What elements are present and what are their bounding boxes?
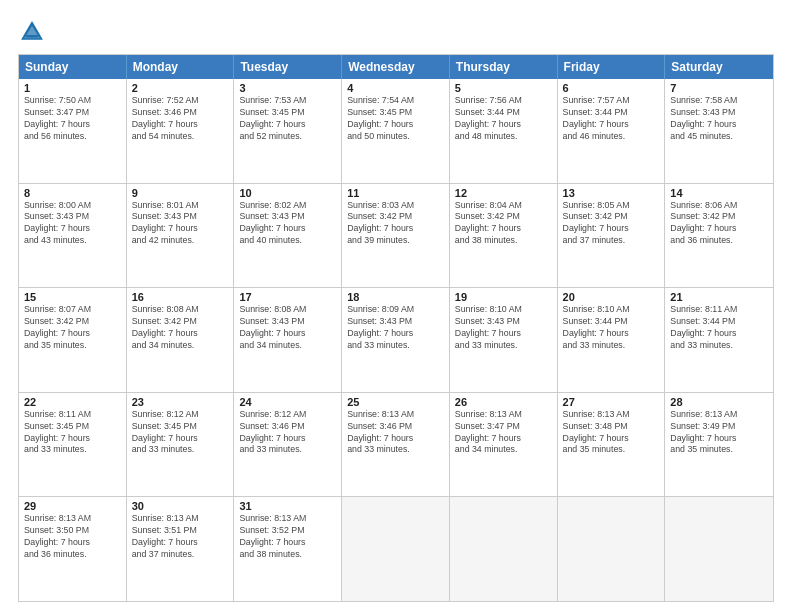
logo bbox=[18, 18, 50, 46]
calendar-cell: 24Sunrise: 8:12 AM Sunset: 3:46 PM Dayli… bbox=[234, 393, 342, 497]
day-info: Sunrise: 7:54 AM Sunset: 3:45 PM Dayligh… bbox=[347, 95, 444, 143]
day-number: 20 bbox=[563, 291, 660, 303]
calendar-header: SundayMondayTuesdayWednesdayThursdayFrid… bbox=[19, 55, 773, 79]
day-info: Sunrise: 8:10 AM Sunset: 3:43 PM Dayligh… bbox=[455, 304, 552, 352]
day-info: Sunrise: 8:05 AM Sunset: 3:42 PM Dayligh… bbox=[563, 200, 660, 248]
calendar-cell: 16Sunrise: 8:08 AM Sunset: 3:42 PM Dayli… bbox=[127, 288, 235, 392]
day-info: Sunrise: 8:08 AM Sunset: 3:42 PM Dayligh… bbox=[132, 304, 229, 352]
calendar-cell: 22Sunrise: 8:11 AM Sunset: 3:45 PM Dayli… bbox=[19, 393, 127, 497]
day-number: 2 bbox=[132, 82, 229, 94]
calendar-cell: 15Sunrise: 8:07 AM Sunset: 3:42 PM Dayli… bbox=[19, 288, 127, 392]
calendar-body: 1Sunrise: 7:50 AM Sunset: 3:47 PM Daylig… bbox=[19, 79, 773, 601]
day-number: 11 bbox=[347, 187, 444, 199]
day-number: 31 bbox=[239, 500, 336, 512]
header-day-wednesday: Wednesday bbox=[342, 55, 450, 79]
day-info: Sunrise: 8:04 AM Sunset: 3:42 PM Dayligh… bbox=[455, 200, 552, 248]
page: SundayMondayTuesdayWednesdayThursdayFrid… bbox=[0, 0, 792, 612]
day-number: 23 bbox=[132, 396, 229, 408]
day-number: 3 bbox=[239, 82, 336, 94]
calendar-cell: 3Sunrise: 7:53 AM Sunset: 3:45 PM Daylig… bbox=[234, 79, 342, 183]
header-day-saturday: Saturday bbox=[665, 55, 773, 79]
day-info: Sunrise: 8:13 AM Sunset: 3:49 PM Dayligh… bbox=[670, 409, 768, 457]
calendar-cell: 19Sunrise: 8:10 AM Sunset: 3:43 PM Dayli… bbox=[450, 288, 558, 392]
calendar-cell: 7Sunrise: 7:58 AM Sunset: 3:43 PM Daylig… bbox=[665, 79, 773, 183]
calendar-cell: 13Sunrise: 8:05 AM Sunset: 3:42 PM Dayli… bbox=[558, 184, 666, 288]
header-day-thursday: Thursday bbox=[450, 55, 558, 79]
header-day-tuesday: Tuesday bbox=[234, 55, 342, 79]
day-info: Sunrise: 8:13 AM Sunset: 3:50 PM Dayligh… bbox=[24, 513, 121, 561]
calendar-cell: 10Sunrise: 8:02 AM Sunset: 3:43 PM Dayli… bbox=[234, 184, 342, 288]
day-info: Sunrise: 8:08 AM Sunset: 3:43 PM Dayligh… bbox=[239, 304, 336, 352]
calendar-cell: 17Sunrise: 8:08 AM Sunset: 3:43 PM Dayli… bbox=[234, 288, 342, 392]
day-number: 15 bbox=[24, 291, 121, 303]
day-info: Sunrise: 7:50 AM Sunset: 3:47 PM Dayligh… bbox=[24, 95, 121, 143]
day-number: 28 bbox=[670, 396, 768, 408]
day-info: Sunrise: 8:11 AM Sunset: 3:44 PM Dayligh… bbox=[670, 304, 768, 352]
day-info: Sunrise: 7:57 AM Sunset: 3:44 PM Dayligh… bbox=[563, 95, 660, 143]
day-number: 6 bbox=[563, 82, 660, 94]
calendar-row: 15Sunrise: 8:07 AM Sunset: 3:42 PM Dayli… bbox=[19, 287, 773, 392]
logo-icon bbox=[18, 18, 46, 46]
calendar-cell: 12Sunrise: 8:04 AM Sunset: 3:42 PM Dayli… bbox=[450, 184, 558, 288]
calendar-cell bbox=[558, 497, 666, 601]
calendar-cell: 27Sunrise: 8:13 AM Sunset: 3:48 PM Dayli… bbox=[558, 393, 666, 497]
day-number: 12 bbox=[455, 187, 552, 199]
header-day-sunday: Sunday bbox=[19, 55, 127, 79]
day-number: 4 bbox=[347, 82, 444, 94]
day-info: Sunrise: 8:07 AM Sunset: 3:42 PM Dayligh… bbox=[24, 304, 121, 352]
calendar-cell bbox=[665, 497, 773, 601]
calendar-cell: 9Sunrise: 8:01 AM Sunset: 3:43 PM Daylig… bbox=[127, 184, 235, 288]
calendar-row: 22Sunrise: 8:11 AM Sunset: 3:45 PM Dayli… bbox=[19, 392, 773, 497]
day-number: 7 bbox=[670, 82, 768, 94]
day-info: Sunrise: 8:12 AM Sunset: 3:45 PM Dayligh… bbox=[132, 409, 229, 457]
day-info: Sunrise: 8:09 AM Sunset: 3:43 PM Dayligh… bbox=[347, 304, 444, 352]
day-info: Sunrise: 8:06 AM Sunset: 3:42 PM Dayligh… bbox=[670, 200, 768, 248]
calendar-cell: 20Sunrise: 8:10 AM Sunset: 3:44 PM Dayli… bbox=[558, 288, 666, 392]
day-info: Sunrise: 8:13 AM Sunset: 3:48 PM Dayligh… bbox=[563, 409, 660, 457]
calendar-row: 1Sunrise: 7:50 AM Sunset: 3:47 PM Daylig… bbox=[19, 79, 773, 183]
calendar-row: 8Sunrise: 8:00 AM Sunset: 3:43 PM Daylig… bbox=[19, 183, 773, 288]
calendar-cell: 14Sunrise: 8:06 AM Sunset: 3:42 PM Dayli… bbox=[665, 184, 773, 288]
day-number: 17 bbox=[239, 291, 336, 303]
day-number: 9 bbox=[132, 187, 229, 199]
calendar-cell: 31Sunrise: 8:13 AM Sunset: 3:52 PM Dayli… bbox=[234, 497, 342, 601]
day-info: Sunrise: 8:00 AM Sunset: 3:43 PM Dayligh… bbox=[24, 200, 121, 248]
day-number: 25 bbox=[347, 396, 444, 408]
day-number: 14 bbox=[670, 187, 768, 199]
day-number: 29 bbox=[24, 500, 121, 512]
calendar-cell: 2Sunrise: 7:52 AM Sunset: 3:46 PM Daylig… bbox=[127, 79, 235, 183]
day-number: 27 bbox=[563, 396, 660, 408]
calendar-cell: 28Sunrise: 8:13 AM Sunset: 3:49 PM Dayli… bbox=[665, 393, 773, 497]
calendar-cell: 29Sunrise: 8:13 AM Sunset: 3:50 PM Dayli… bbox=[19, 497, 127, 601]
day-number: 16 bbox=[132, 291, 229, 303]
calendar-cell bbox=[342, 497, 450, 601]
day-number: 19 bbox=[455, 291, 552, 303]
svg-rect-2 bbox=[26, 35, 38, 37]
day-number: 26 bbox=[455, 396, 552, 408]
day-info: Sunrise: 8:13 AM Sunset: 3:51 PM Dayligh… bbox=[132, 513, 229, 561]
calendar-cell: 30Sunrise: 8:13 AM Sunset: 3:51 PM Dayli… bbox=[127, 497, 235, 601]
day-info: Sunrise: 7:58 AM Sunset: 3:43 PM Dayligh… bbox=[670, 95, 768, 143]
day-info: Sunrise: 8:13 AM Sunset: 3:47 PM Dayligh… bbox=[455, 409, 552, 457]
calendar-cell: 5Sunrise: 7:56 AM Sunset: 3:44 PM Daylig… bbox=[450, 79, 558, 183]
calendar-cell: 23Sunrise: 8:12 AM Sunset: 3:45 PM Dayli… bbox=[127, 393, 235, 497]
calendar-cell: 18Sunrise: 8:09 AM Sunset: 3:43 PM Dayli… bbox=[342, 288, 450, 392]
calendar-cell: 8Sunrise: 8:00 AM Sunset: 3:43 PM Daylig… bbox=[19, 184, 127, 288]
day-info: Sunrise: 8:13 AM Sunset: 3:52 PM Dayligh… bbox=[239, 513, 336, 561]
calendar-cell: 11Sunrise: 8:03 AM Sunset: 3:42 PM Dayli… bbox=[342, 184, 450, 288]
calendar-cell: 4Sunrise: 7:54 AM Sunset: 3:45 PM Daylig… bbox=[342, 79, 450, 183]
calendar-cell: 26Sunrise: 8:13 AM Sunset: 3:47 PM Dayli… bbox=[450, 393, 558, 497]
day-info: Sunrise: 7:56 AM Sunset: 3:44 PM Dayligh… bbox=[455, 95, 552, 143]
day-info: Sunrise: 8:10 AM Sunset: 3:44 PM Dayligh… bbox=[563, 304, 660, 352]
day-info: Sunrise: 8:12 AM Sunset: 3:46 PM Dayligh… bbox=[239, 409, 336, 457]
calendar-cell: 21Sunrise: 8:11 AM Sunset: 3:44 PM Dayli… bbox=[665, 288, 773, 392]
calendar: SundayMondayTuesdayWednesdayThursdayFrid… bbox=[18, 54, 774, 602]
day-number: 5 bbox=[455, 82, 552, 94]
header-day-friday: Friday bbox=[558, 55, 666, 79]
header bbox=[18, 18, 774, 46]
calendar-cell: 25Sunrise: 8:13 AM Sunset: 3:46 PM Dayli… bbox=[342, 393, 450, 497]
day-number: 10 bbox=[239, 187, 336, 199]
day-info: Sunrise: 7:53 AM Sunset: 3:45 PM Dayligh… bbox=[239, 95, 336, 143]
calendar-cell: 6Sunrise: 7:57 AM Sunset: 3:44 PM Daylig… bbox=[558, 79, 666, 183]
day-info: Sunrise: 8:11 AM Sunset: 3:45 PM Dayligh… bbox=[24, 409, 121, 457]
